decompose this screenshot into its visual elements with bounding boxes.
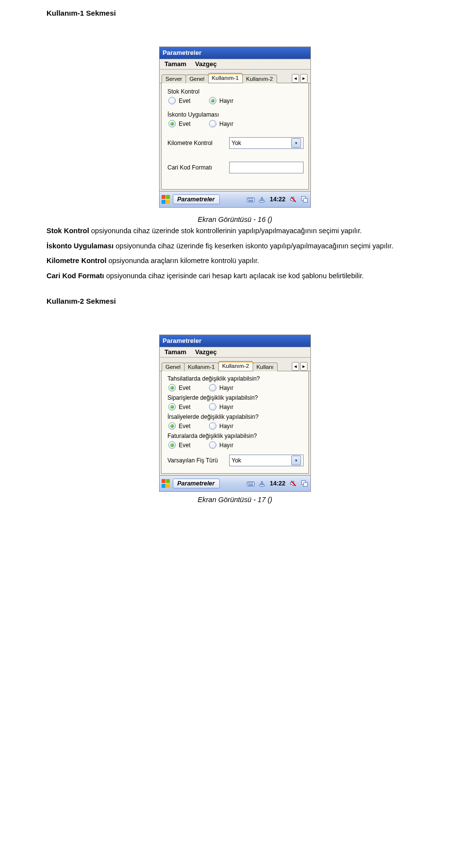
svg-rect-5	[248, 200, 253, 201]
select-kilometre[interactable]: Yok ▼	[229, 137, 304, 149]
group-title: İskonto Uygulaması	[167, 111, 304, 118]
para-iskonto: İskonto Uygulaması opsiyonunda cihaz üze…	[47, 241, 423, 251]
tab-kullani-cut[interactable]: Kullanı	[253, 362, 278, 371]
radio-label: Evet	[179, 442, 190, 449]
radio-label: Evet	[179, 423, 190, 430]
para-stok: Stok Kontrol opsiyonunda cihaz üzerinde …	[47, 226, 423, 236]
tabbar: Server Genel Kullanım-1 Kullanım-2 ◄ ►	[160, 70, 310, 83]
volume-icon[interactable]	[289, 195, 298, 204]
svg-rect-2	[249, 198, 250, 199]
taskbar: Parametreler 14:22	[160, 475, 310, 491]
tab-genel[interactable]: Genel	[162, 362, 185, 371]
chevron-down-icon: ▼	[291, 138, 301, 148]
screenshot-2-wrap: Parametreler Tamam Vazgeç Genel Kullanım…	[47, 335, 423, 492]
radio-dot-icon	[168, 97, 176, 104]
group-title: Stok Kontrol	[167, 88, 304, 95]
menu-cancel[interactable]: Vazgeç	[195, 348, 217, 356]
section-heading-kullanim2: Kullanım-2 Sekmesi	[47, 297, 423, 305]
tab-scroll-right[interactable]: ►	[300, 74, 307, 83]
group-irsaliye: İrsaliyelerde değişiklik yapılabilsin? E…	[166, 413, 304, 430]
label-varsayilan-fis: Varsayılan Fiş Türü	[167, 457, 224, 464]
radio-stok-evet[interactable]: Evet	[168, 97, 190, 104]
panel: Tahsilatlarda değişiklik yapılabilsin? E…	[161, 371, 309, 474]
start-flag-icon[interactable]	[161, 479, 171, 488]
radio-iskonto-hayir[interactable]: Hayır	[209, 120, 234, 127]
menu-ok[interactable]: Tamam	[164, 348, 187, 356]
radio-dot-selected-icon	[168, 403, 176, 410]
svg-rect-9	[304, 198, 307, 202]
svg-rect-11	[248, 482, 249, 483]
radio-label: Evet	[179, 404, 190, 410]
radio-tahsilat-evet[interactable]: Evet	[168, 384, 190, 391]
radio-label: Evet	[179, 121, 190, 127]
radio-siparis-evet[interactable]: Evet	[168, 403, 190, 410]
menu-cancel[interactable]: Vazgeç	[195, 60, 217, 68]
group-fatura: Faturalarda değişiklik yapılabilsin? Eve…	[166, 433, 304, 449]
select-value: Yok	[232, 140, 241, 146]
tab-scroll-nav: ◄ ►	[292, 362, 308, 371]
chevron-down-icon: ▼	[291, 456, 301, 465]
group-title: Siparişlerde değişiklik yapılabilsin?	[167, 394, 304, 401]
radio-fatura-hayir[interactable]: Hayır	[209, 441, 234, 449]
radio-siparis-hayir[interactable]: Hayır	[209, 403, 234, 410]
tab-scroll-left[interactable]: ◄	[292, 74, 299, 83]
radio-stok-hayir[interactable]: Hayır	[209, 97, 234, 104]
windows-tray-icon[interactable]	[300, 479, 309, 488]
tab-scroll-right[interactable]: ►	[300, 362, 307, 371]
keyboard-icon[interactable]	[246, 479, 255, 488]
taskbar-app-label[interactable]: Parametreler	[173, 194, 220, 204]
para-carikod: Cari Kod Formatı opsiyonunda cihaz içeri…	[47, 271, 423, 281]
taskbar-app-label[interactable]: Parametreler	[173, 479, 220, 488]
taskbar: Parametreler 14:22	[160, 191, 310, 207]
select-varsayilan-fis[interactable]: Yok ▼	[229, 455, 304, 466]
radio-dot-icon	[209, 441, 216, 449]
input-carikod[interactable]	[229, 162, 304, 173]
menubar: Tamam Vazgeç	[160, 347, 310, 358]
radio-label: Hayır	[219, 404, 234, 410]
pda-window-1: Parametreler Tamam Vazgeç Server Genel K…	[159, 47, 311, 208]
group-title: İrsaliyelerde değişiklik yapılabilsin?	[167, 413, 304, 420]
tab-kullanim2[interactable]: Kullanım-2	[242, 74, 277, 83]
row-carikod: Cari Kod Formatı	[167, 162, 304, 173]
radio-iskonto-evet[interactable]: Evet	[168, 120, 190, 127]
row-varsayilan-fis: Varsayılan Fiş Türü Yok ▼	[167, 455, 304, 466]
tab-scroll-left[interactable]: ◄	[292, 362, 299, 371]
keyboard-icon[interactable]	[246, 195, 255, 204]
svg-rect-15	[248, 484, 253, 485]
tray: 14:22	[246, 195, 309, 204]
windows-tray-icon[interactable]	[300, 195, 309, 204]
svg-rect-12	[249, 482, 250, 483]
radio-tahsilat-hayir[interactable]: Hayır	[209, 384, 234, 391]
network-icon[interactable]	[258, 195, 266, 204]
radio-irsaliye-evet[interactable]: Evet	[168, 422, 190, 430]
select-value: Yok	[232, 457, 241, 464]
radio-fatura-evet[interactable]: Evet	[168, 441, 190, 449]
start-flag-icon[interactable]	[161, 194, 171, 204]
tray: 14:22	[246, 479, 309, 488]
menu-ok[interactable]: Tamam	[164, 60, 187, 68]
panel: Stok Kontrol Evet Hayır İskonto Uygulama…	[161, 83, 309, 190]
tab-kullanim2[interactable]: Kullanım-2	[218, 361, 253, 371]
svg-rect-1	[248, 198, 249, 199]
svg-rect-0	[247, 198, 255, 202]
radio-irsaliye-hayir[interactable]: Hayır	[209, 422, 234, 430]
tab-genel[interactable]: Genel	[186, 74, 209, 83]
row-kilometre: Kilometre Kontrol Yok ▼	[167, 137, 304, 149]
network-icon[interactable]	[258, 479, 266, 488]
svg-rect-3	[251, 198, 252, 199]
radio-dot-icon	[209, 384, 216, 391]
taskbar-clock: 14:22	[269, 196, 286, 203]
svg-rect-14	[252, 482, 253, 483]
tab-kullanim1[interactable]: Kullanım-1	[208, 73, 243, 83]
tabbar: Genel Kullanım-1 Kullanım-2 Kullanı ◄ ►	[160, 358, 310, 371]
volume-icon[interactable]	[289, 479, 298, 488]
caption-2: Ekran Görüntüsü - 17 ()	[47, 496, 423, 504]
group-iskonto: İskonto Uygulaması Evet Hayır	[166, 111, 304, 127]
group-title: Faturalarda değişiklik yapılabilsin?	[167, 433, 304, 439]
label-kilometre: Kilometre Kontrol	[167, 140, 224, 146]
tab-kullanim1[interactable]: Kullanım-1	[184, 362, 219, 371]
svg-rect-19	[304, 482, 307, 486]
tab-server[interactable]: Server	[162, 74, 186, 83]
window-title: Parametreler	[160, 47, 310, 59]
group-title: Tahsilatlarda değişiklik yapılabilsin?	[167, 375, 304, 382]
